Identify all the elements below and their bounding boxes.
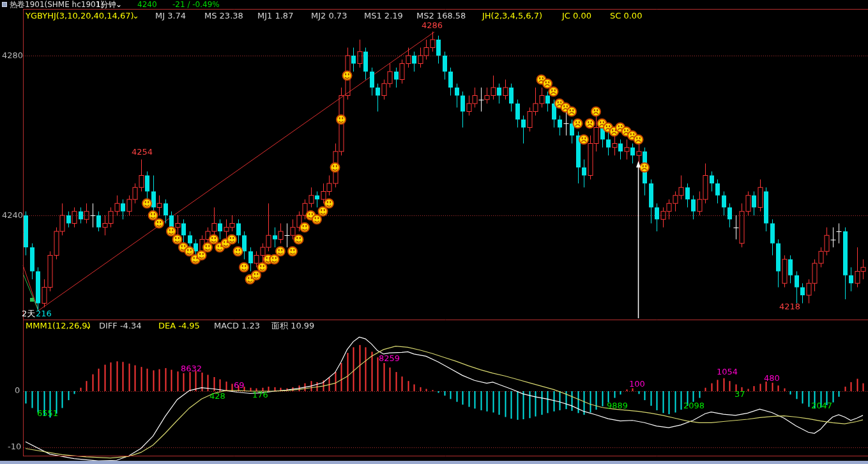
indicator-value-sc: SC 0.00: [610, 11, 642, 20]
indicator-value-ms2: MS2 168.58: [416, 11, 466, 20]
indicator-value-ms1: MS1 2.19: [364, 11, 403, 20]
macd-value: MACD 1.23: [214, 321, 260, 330]
chevron-down-icon[interactable]: ⌄: [116, 0, 122, 9]
price-change: -21 / -0.49%: [172, 0, 220, 9]
title-bar: 热卷1901(SHME hc1901) 1分钟 ⌄ 4240 -21 / -0.…: [0, 0, 868, 9]
chart-canvas[interactable]: [0, 0, 868, 464]
indicator-value-mj1: MJ1 1.87: [257, 11, 293, 20]
indicator-value-mj: MJ 3.74: [155, 11, 186, 20]
indicator-value-mj2: MJ2 0.73: [311, 11, 347, 20]
bottom-scrollbar[interactable]: [0, 461, 868, 464]
chevron-down-icon[interactable]: ⌄: [132, 11, 139, 20]
macd-dea-value: DEA -4.95: [158, 321, 200, 330]
macd-indicator-selector[interactable]: MMM1(12,26,9): [26, 321, 91, 330]
period-selector[interactable]: 1分钟: [96, 0, 116, 9]
macd-area-value: 面积 10.99: [271, 321, 314, 330]
indicator-value-ms: MS 23.38: [204, 11, 243, 20]
macd-diff-value: DIFF -4.34: [99, 321, 142, 330]
indicator-selector[interactable]: YGBYHJ(3,10,20,40,14,67): [26, 11, 134, 20]
window-icon[interactable]: [2, 2, 7, 7]
indicator-value-jh: JH(2,3,4,5,6,7): [482, 11, 542, 20]
instrument-title: 热卷1901(SHME hc1901): [10, 0, 103, 9]
last-price: 4240: [137, 0, 157, 9]
indicator-value-jc: JC 0.00: [562, 11, 591, 20]
chevron-down-icon[interactable]: ⌄: [85, 321, 92, 330]
